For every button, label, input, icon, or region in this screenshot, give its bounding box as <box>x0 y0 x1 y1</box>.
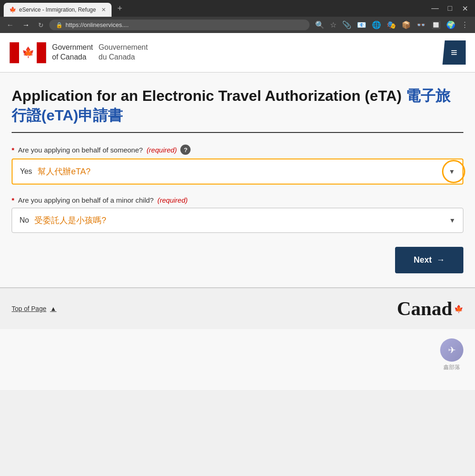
canada-flag-wordmark: 🍁 <box>454 304 463 313</box>
question1-value-zh: 幫人代辦eTA? <box>38 166 91 177</box>
forward-button[interactable]: → <box>20 20 33 30</box>
window-controls: — □ ✕ <box>425 0 475 17</box>
page-footer: Top of Page ▲ Canad 🍁 <box>0 287 475 329</box>
question1-select-container: Yes 幫人代辦eTA? ▼ <box>12 159 463 185</box>
ext-icon-7[interactable]: 🔲 <box>430 20 442 30</box>
lock-icon: 🔒 <box>56 22 63 28</box>
top-of-page-text: Top of Page <box>12 305 46 312</box>
profile-icon[interactable]: 🌍 <box>445 20 456 30</box>
question2-section: * Are you applying on behalf of a minor … <box>12 196 463 233</box>
dropdown-arrow-2: ▼ <box>449 217 455 224</box>
page-content: 🍁 Government of Canada Gouvernement du C… <box>0 33 475 390</box>
question1-select-display: Yes 幫人代辦eTA? <box>13 159 462 184</box>
question2-label: * Are you applying on behalf of a minor … <box>12 196 463 204</box>
close-button[interactable]: ✕ <box>458 2 471 15</box>
ext-icon-6[interactable]: 👓 <box>416 20 427 30</box>
ext-icon-1[interactable]: 📎 <box>341 20 352 30</box>
up-arrow-icon: ▲ <box>50 305 57 312</box>
active-tab[interactable]: 🍁 eService - Immigration, Refuge ✕ <box>4 3 112 17</box>
top-of-page-link[interactable]: Top of Page ▲ <box>12 305 57 312</box>
new-tab-button[interactable]: + <box>112 3 128 14</box>
ext-icon-2[interactable]: 📧 <box>356 20 367 30</box>
next-arrow-icon: → <box>436 255 445 265</box>
question1-value-en: Yes <box>20 167 32 176</box>
refresh-button[interactable]: ↻ <box>35 20 46 30</box>
tab-favicon: 🍁 <box>9 7 16 13</box>
question1-text: Are you applying on behalf of someone? <box>18 146 143 154</box>
minimize-button[interactable]: — <box>429 2 442 15</box>
canada-wordmark: Canad 🍁 <box>397 298 463 320</box>
question2-select-display: No 受委託人是小孩嗎? <box>12 208 463 232</box>
ext-icon-3[interactable]: 🌐 <box>371 20 382 30</box>
gov-menu-button[interactable]: ≡ <box>442 40 466 65</box>
watermark-area: ✈ 鑫部落 <box>0 329 475 390</box>
menu-lines-icon: ≡ <box>451 46 457 59</box>
tab-close-icon[interactable]: ✕ <box>101 7 106 13</box>
menu-icon[interactable]: ⋮ <box>460 20 469 30</box>
next-button[interactable]: Next → <box>395 247 463 273</box>
flag-red-left <box>10 42 19 63</box>
tab-title: eService - Immigration, Refuge <box>19 7 96 13</box>
canada-text: Canad <box>397 298 452 320</box>
address-bar[interactable]: 🔒 https://onlineservices.... <box>49 20 310 30</box>
browser-toolbar-icons: 🔍 ☆ 📎 📧 🌐 🎭 📦 👓 🔲 🌍 ⋮ <box>312 20 471 30</box>
required-star-2: * <box>12 196 14 204</box>
address-bar-row: ← → ↻ 🔒 https://onlineservices.... 🔍 ☆ 📎… <box>0 17 475 33</box>
restore-button[interactable]: □ <box>443 2 456 15</box>
search-icon[interactable]: 🔍 <box>314 20 325 30</box>
xin-logo-icon: ✈ <box>440 338 463 362</box>
xin-watermark: ✈ 鑫部落 <box>440 338 463 371</box>
question2-select[interactable]: No 受委託人是小孩嗎? ▼ <box>12 208 463 233</box>
question2-value-zh: 受委託人是小孩嗎? <box>34 215 106 226</box>
tab-area: 🍁 eService - Immigration, Refuge ✕ + <box>0 0 425 17</box>
url-text: https://onlineservices.... <box>66 21 129 28</box>
help-icon-1[interactable]: ? <box>180 145 191 155</box>
ext-icon-5[interactable]: 📦 <box>401 20 412 30</box>
browser-titlebar: 🍁 eService - Immigration, Refuge ✕ + — □… <box>0 0 475 17</box>
question1-select[interactable]: Yes 幫人代辦eTA? ▼ <box>12 159 463 185</box>
question2-value-en: No <box>20 216 29 225</box>
next-label: Next <box>414 255 432 265</box>
xin-icon: ✈ <box>448 344 456 356</box>
flag-red-right <box>37 42 46 63</box>
main-content: Application for an Electronic Travel Aut… <box>0 73 475 287</box>
required-star-1: * <box>12 146 14 154</box>
maple-leaf-icon: 🍁 <box>22 46 34 59</box>
government-logo: 🍁 Government of Canada Gouvernement du C… <box>9 42 148 63</box>
gov-text-en: Government of Canada <box>52 43 93 62</box>
dropdown-arrow-1: ▼ <box>449 168 455 175</box>
ext-icon-4[interactable]: 🎭 <box>386 20 397 30</box>
next-button-row: Next → <box>12 247 463 273</box>
title-en: Application for an Electronic Travel Aut… <box>12 87 402 104</box>
back-button[interactable]: ← <box>4 20 17 30</box>
government-header: 🍁 Government of Canada Gouvernement du C… <box>0 33 475 73</box>
page-title: Application for an Electronic Travel Aut… <box>12 86 463 133</box>
flag-white-center: 🍁 <box>19 42 37 63</box>
xin-text: 鑫部落 <box>440 364 463 371</box>
question1-label: * Are you applying on behalf of someone?… <box>12 145 463 155</box>
question1-section: * Are you applying on behalf of someone?… <box>12 145 463 185</box>
question1-required: (required) <box>146 146 177 154</box>
canada-flag: 🍁 <box>9 42 46 63</box>
bookmark-icon[interactable]: ☆ <box>329 20 337 30</box>
gov-text-fr: Gouvernement du Canada <box>99 43 148 62</box>
question2-text: Are you applying on behalf of a minor ch… <box>18 196 154 204</box>
question2-required: (required) <box>158 196 188 204</box>
